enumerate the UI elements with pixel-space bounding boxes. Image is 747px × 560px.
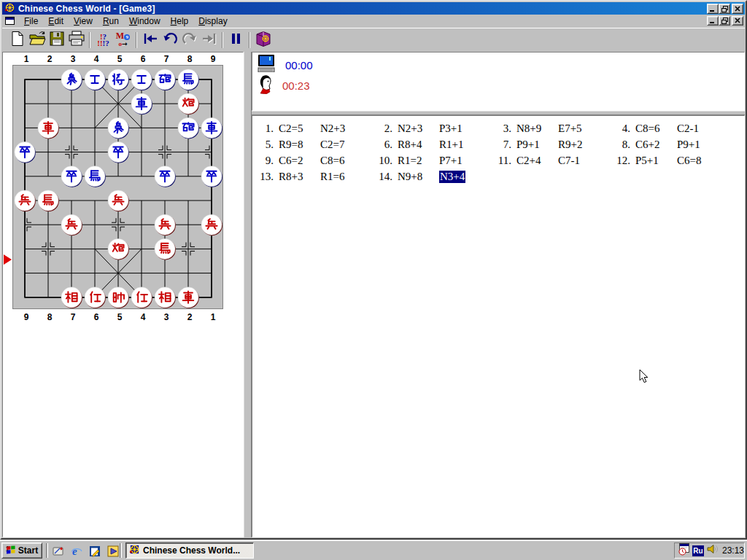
piece-red-仕[interactable] — [131, 287, 152, 308]
move-red[interactable]: N9+8 — [398, 171, 438, 183]
piece-red-馬[interactable] — [155, 238, 176, 260]
move-black[interactable]: E7+5 — [558, 122, 582, 135]
quick-launch-show-desktop-icon[interactable] — [52, 545, 64, 557]
volume-icon[interactable] — [706, 543, 718, 558]
go-last-button[interactable] — [199, 31, 219, 50]
move-entry[interactable]: 2.N2+3P3+1 — [373, 120, 492, 136]
move-red[interactable]: C2=5 — [279, 122, 319, 135]
move-entry[interactable]: 13.R8+3R1=6 — [254, 168, 373, 184]
piece-red-炮[interactable] — [108, 238, 129, 260]
move-entry[interactable]: 11.C2+4C7-1 — [492, 152, 611, 168]
menu-item-display[interactable]: Display — [193, 15, 232, 28]
piece-black-卒[interactable] — [61, 166, 82, 187]
move-red[interactable]: C6=2 — [279, 155, 319, 167]
piece-red-炮[interactable] — [178, 93, 199, 114]
piece-black-卒[interactable] — [155, 166, 176, 187]
move-black[interactable]: C2=7 — [320, 139, 344, 151]
menu-item-window[interactable]: Window — [124, 15, 166, 28]
task-button-chinese-chess-world[interactable]: Chinese Chess World... — [125, 542, 254, 559]
piece-black-馬[interactable] — [178, 69, 199, 90]
menu-item-edit[interactable]: Edit — [43, 15, 69, 28]
menu-item-file[interactable]: File — [19, 15, 43, 28]
close-button[interactable] — [732, 4, 743, 14]
piece-black-馬[interactable] — [85, 166, 106, 187]
mdi-restore-button[interactable] — [719, 16, 730, 26]
quick-launch-mail-compose-icon[interactable] — [88, 545, 101, 557]
move-red[interactable]: R9=8 — [279, 139, 319, 151]
piece-black-卒[interactable] — [108, 142, 129, 163]
move-entry[interactable]: 14.N9+8N3+4 — [373, 168, 492, 184]
move-annotation-button[interactable]: M9o→ — [113, 31, 133, 50]
move-red[interactable]: R8+3 — [279, 171, 319, 183]
restore-button[interactable] — [719, 4, 730, 14]
start-button[interactable]: Start — [1, 542, 42, 559]
piece-black-象[interactable] — [61, 69, 82, 90]
mdi-child-icon[interactable] — [5, 17, 15, 25]
keyboard-layout-indicator[interactable]: Ru — [692, 545, 704, 556]
piece-red-車[interactable] — [178, 287, 199, 308]
move-entry[interactable]: 5.R9=8C2=7 — [254, 136, 373, 152]
move-red[interactable]: N2+3 — [398, 122, 438, 135]
move-black[interactable]: N2+3 — [320, 122, 345, 135]
move-black[interactable]: R1=6 — [320, 171, 344, 183]
piece-red-相[interactable] — [61, 287, 82, 308]
quick-launch-internet-explorer-icon[interactable]: e — [70, 545, 82, 557]
hint-button[interactable]: !?!!!? — [93, 31, 113, 50]
move-red[interactable]: P5+1 — [635, 155, 676, 167]
print-button[interactable] — [66, 31, 86, 50]
piece-red-兵[interactable] — [15, 190, 36, 211]
move-red[interactable]: C8=6 — [635, 122, 676, 135]
move-entry[interactable]: 8.C6+2P9+1 — [611, 136, 729, 152]
piece-red-馬[interactable] — [38, 190, 59, 211]
move-black[interactable]: C7-1 — [558, 155, 580, 167]
move-red[interactable]: N8+9 — [516, 122, 557, 135]
piece-red-相[interactable] — [155, 287, 176, 308]
move-black[interactable]: C8=6 — [320, 155, 344, 167]
piece-red-車[interactable] — [38, 117, 59, 139]
move-black[interactable]: R1+1 — [439, 139, 463, 151]
move-entry[interactable]: 6.R8+4R1+1 — [373, 136, 492, 152]
move-black[interactable]: C2-1 — [677, 122, 699, 135]
piece-black-卒[interactable] — [201, 166, 222, 187]
menu-item-help[interactable]: Help — [166, 15, 194, 28]
piece-black-砲[interactable] — [155, 69, 176, 90]
save-button[interactable] — [47, 31, 66, 50]
move-black[interactable]: P9+1 — [677, 139, 700, 151]
move-red[interactable]: C6+2 — [635, 139, 676, 151]
move-red[interactable]: R8+4 — [398, 139, 438, 151]
move-entry[interactable]: 3.N8+9E7+5 — [492, 120, 611, 136]
move-black[interactable]: P7+1 — [439, 155, 462, 167]
piece-black-士[interactable] — [85, 69, 106, 90]
piece-black-砲[interactable] — [178, 117, 199, 139]
move-entry[interactable]: 4.C8=6C2-1 — [611, 120, 729, 136]
undo-button[interactable] — [160, 31, 179, 50]
move-entry[interactable]: 7.P9+1R9+2 — [492, 136, 611, 152]
pause-button[interactable] — [226, 31, 246, 50]
quick-launch-media-player-icon[interactable] — [107, 545, 119, 557]
piece-black-車[interactable] — [201, 117, 222, 139]
go-first-button[interactable] — [140, 31, 160, 50]
move-entry[interactable]: 12.P5+1C6=8 — [611, 152, 729, 168]
new-button[interactable] — [7, 31, 27, 50]
mdi-minimize-button[interactable] — [707, 16, 719, 26]
piece-red-兵[interactable] — [201, 214, 222, 236]
piece-black-卒[interactable] — [15, 142, 36, 163]
move-black[interactable]: C6=8 — [677, 155, 701, 167]
move-black[interactable]: N3+4 — [439, 171, 465, 183]
piece-black-象[interactable] — [108, 117, 129, 139]
piece-red-兵[interactable] — [108, 190, 129, 211]
move-red[interactable]: R1=2 — [398, 155, 438, 167]
xiangqi-board[interactable] — [12, 65, 223, 309]
move-black[interactable]: P3+1 — [439, 122, 462, 135]
move-entry[interactable]: 10.R1=2P7+1 — [373, 152, 492, 168]
open-button[interactable] — [27, 31, 47, 50]
move-entry[interactable]: 1.C2=5N2+3 — [254, 120, 373, 136]
move-black[interactable]: R9+2 — [558, 139, 582, 151]
move-red[interactable]: P9+1 — [516, 139, 557, 151]
move-red[interactable]: C2+4 — [516, 155, 557, 167]
redo-button[interactable] — [179, 31, 199, 50]
task-scheduler-icon[interactable] — [678, 543, 690, 559]
mdi-close-button[interactable] — [732, 16, 743, 26]
menu-item-view[interactable]: View — [69, 15, 98, 28]
piece-red-仕[interactable] — [85, 287, 106, 308]
